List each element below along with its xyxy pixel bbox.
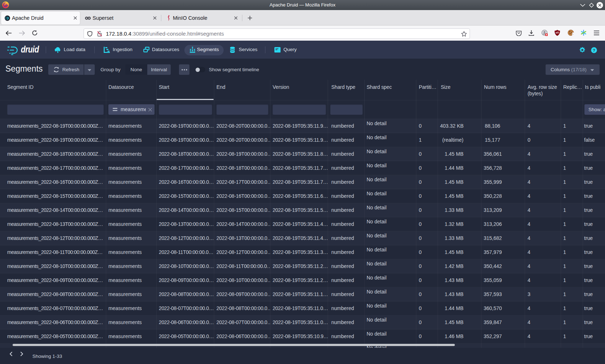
svg-text:?: ? <box>593 48 595 53</box>
svg-text:uO: uO <box>556 31 559 34</box>
